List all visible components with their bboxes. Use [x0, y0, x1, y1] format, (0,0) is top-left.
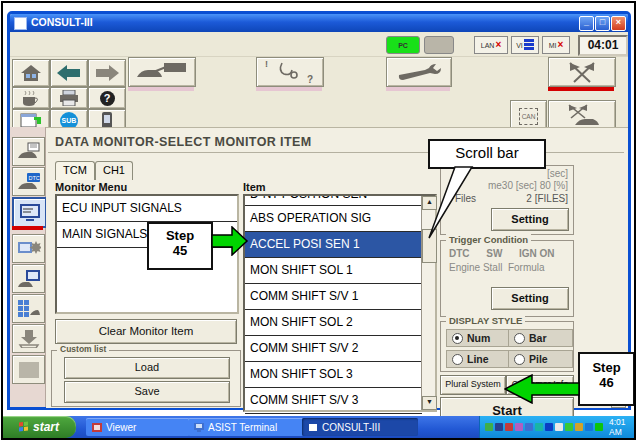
- question-mark: ?: [307, 74, 313, 85]
- monitor-menu-label: Monitor Menu: [55, 181, 127, 193]
- vehicle-monitor-icon: [17, 269, 41, 289]
- step-45-text: Step: [149, 224, 211, 243]
- list-item[interactable]: COMM SHIFT S/V 2: [245, 336, 422, 362]
- trigger-condition-group: Trigger Condition DTC SW IGN ON Engine S…: [440, 240, 574, 317]
- flags-vehicle-icon: [561, 104, 603, 128]
- windows-flag-icon: [19, 421, 29, 432]
- tools-button[interactable]: [386, 57, 452, 87]
- help-icon: ?: [100, 91, 115, 106]
- item-label: Item: [243, 181, 266, 193]
- screenshot-root: CONSULT-III _ □ × PC LAN× VI MI× 04:01: [0, 0, 637, 441]
- home-icon: [20, 64, 42, 82]
- window-title: CONSULT-III: [31, 16, 93, 28]
- tray-icon[interactable]: [505, 423, 513, 431]
- save-button[interactable]: Save: [64, 381, 230, 403]
- display-style-label: DISPLAY STYLE: [446, 315, 525, 326]
- dialog-title: DATA MONITOR-SELECT MONITOR ITEM: [55, 135, 312, 149]
- tray-icon[interactable]: [565, 423, 573, 431]
- help-button[interactable]: ?: [88, 87, 126, 109]
- pc-status-indicator: PC: [386, 36, 420, 54]
- title-bar: CONSULT-III _ □ ×: [10, 14, 628, 32]
- vi-signal-icon: [524, 39, 534, 51]
- tray-icon[interactable]: [575, 423, 583, 431]
- list-item-selected[interactable]: ACCEL POSI SEN 1: [245, 232, 422, 258]
- plural-system-button[interactable]: Plural System: [440, 375, 506, 395]
- list-item[interactable]: ABS OPERATION SIG: [245, 206, 422, 232]
- minimize-button[interactable]: _: [579, 16, 594, 31]
- tray-icon[interactable]: [555, 423, 563, 431]
- data-monitor-dialog: DATA MONITOR-SELECT MONITOR ITEM TCM CH1…: [46, 127, 628, 408]
- task-consult-iii[interactable]: CONSULT-III: [302, 418, 418, 436]
- step-46-number: 46: [580, 375, 633, 390]
- vehicle-dtc-button[interactable]: DTC: [12, 167, 45, 196]
- scroll-down-button[interactable]: ▼: [422, 396, 437, 410]
- radio-dot: [452, 354, 463, 365]
- trigger-line-2: Engine Stall Formula: [449, 262, 545, 273]
- tray-icon[interactable]: [595, 423, 603, 431]
- task-viewer[interactable]: Viewer: [86, 418, 190, 436]
- screen-config-icon: [17, 239, 41, 259]
- step-45-callout: Step 45: [147, 222, 213, 270]
- task-asist-terminal[interactable]: ASIST Terminal: [188, 418, 304, 436]
- step-45-arrow: [211, 226, 249, 256]
- vi-status-indicator: VI: [511, 36, 539, 54]
- can-icon: CAN: [519, 108, 539, 125]
- crossed-flags-icon: [564, 61, 600, 83]
- radio-line[interactable]: Line: [446, 350, 510, 368]
- svg-text:DTC: DTC: [28, 175, 39, 181]
- back-button[interactable]: [50, 59, 88, 87]
- radio-bar[interactable]: Bar: [508, 329, 573, 347]
- monitor-menu-row[interactable]: ECU INPUT SIGNALS: [57, 196, 237, 222]
- tray-icon[interactable]: [495, 423, 503, 431]
- data-monitor-button[interactable]: [12, 197, 47, 228]
- load-button[interactable]: Load: [64, 357, 230, 379]
- radio-num[interactable]: Num: [446, 329, 510, 347]
- radio-pile[interactable]: Pile: [508, 350, 573, 368]
- print-button[interactable]: [50, 87, 88, 109]
- eject-icon: [18, 329, 40, 348]
- tray-icon[interactable]: [485, 423, 493, 431]
- wrench-icon: [395, 63, 443, 81]
- vehicle-report-icon: [17, 142, 41, 162]
- vehicle-dtc-icon: DTC: [17, 172, 41, 192]
- close-button[interactable]: ×: [611, 16, 626, 31]
- vehicle-report-button[interactable]: [12, 137, 45, 166]
- eject-button[interactable]: [12, 324, 45, 353]
- trigger-setting-button[interactable]: Setting: [491, 287, 569, 310]
- tab-ch1[interactable]: CH1: [95, 161, 133, 180]
- home-button[interactable]: [12, 59, 50, 87]
- tray-icon[interactable]: [525, 423, 533, 431]
- clear-monitor-item-button[interactable]: Clear Monitor Item: [55, 319, 237, 344]
- exclamation-mark: !: [265, 59, 268, 69]
- disabled-slot-button: [12, 355, 45, 384]
- maximize-button[interactable]: □: [595, 16, 610, 31]
- mi-status-indicator: MI×: [542, 36, 570, 54]
- list-item[interactable]: COMM SHIFT S/V 3: [245, 388, 422, 414]
- break-button[interactable]: [12, 87, 50, 109]
- forward-button[interactable]: [88, 59, 126, 87]
- list-item[interactable]: MON SHIFT SOL 1: [245, 258, 422, 284]
- vehicle-monitor-button[interactable]: [12, 264, 45, 293]
- tray-icon[interactable]: [515, 423, 523, 431]
- recorded-data-button[interactable]: [548, 57, 616, 87]
- vehicle-connect-button[interactable]: [128, 57, 196, 87]
- keypad-button[interactable]: [12, 294, 45, 323]
- recording-line-1: [sec]: [547, 168, 568, 179]
- list-item[interactable]: MON SHIFT SOL 3: [245, 362, 422, 388]
- screen-config-button[interactable]: [12, 234, 45, 263]
- scrollbar-callout-text: Scroll bar: [430, 141, 544, 161]
- list-item[interactable]: MON SHIFT SOL 2: [245, 310, 422, 336]
- tray-icon[interactable]: [535, 423, 543, 431]
- start-menu-button[interactable]: start: [2, 416, 76, 438]
- recording-setting-button[interactable]: Setting: [491, 208, 569, 231]
- status-strip: PC LAN× VI MI× 04:01: [10, 32, 628, 57]
- tray-icon[interactable]: [545, 423, 553, 431]
- radio-dot: [514, 354, 525, 365]
- diagnosis-help-button[interactable]: ! ?: [256, 57, 324, 87]
- tab-tcm[interactable]: TCM: [55, 161, 95, 180]
- tray-icon[interactable]: [585, 423, 593, 431]
- list-item[interactable]: COMM SHIFT S/V 1: [245, 284, 422, 310]
- lan-status-indicator: LAN×: [474, 36, 508, 54]
- step-46-arrow: [504, 374, 580, 404]
- list-item-partial[interactable]: D-NT POSITION SEN: [245, 196, 422, 206]
